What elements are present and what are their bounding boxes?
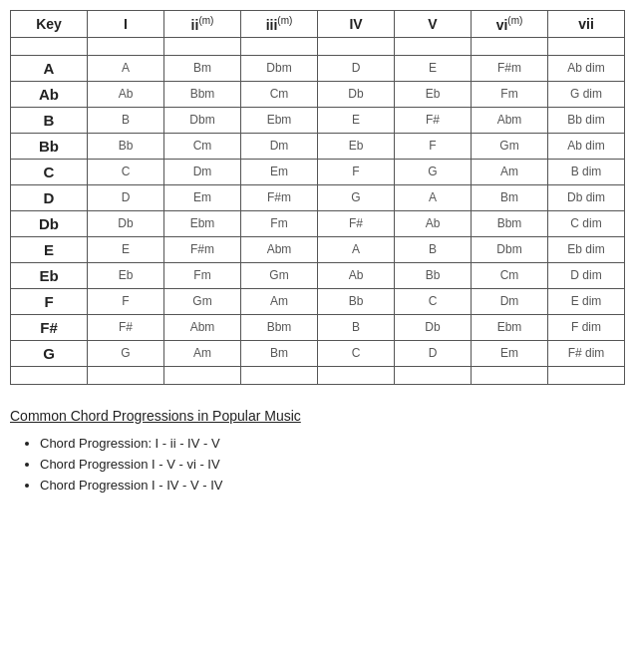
chord-cell: G dim xyxy=(548,81,625,107)
chord-cell: B xyxy=(318,314,395,340)
chord-cell: F#m xyxy=(164,236,241,262)
chord-cell: Eb dim xyxy=(548,236,625,262)
chord-cell: Eb xyxy=(318,133,395,159)
chord-cell: Dbm xyxy=(472,236,548,262)
table-row: GGAmBmCDEmF# dim xyxy=(11,340,625,366)
chord-cell: Ab xyxy=(395,210,472,236)
chord-cell: Bm xyxy=(164,55,241,81)
chord-cell: Em xyxy=(472,340,548,366)
chord-cell: D xyxy=(88,184,164,210)
chord-cell: F# dim xyxy=(548,340,625,366)
chord-cell: D xyxy=(395,340,472,366)
chord-cell: Cm xyxy=(472,262,548,288)
chord-cell: A xyxy=(88,55,164,81)
chord-cell: C xyxy=(88,159,164,184)
chord-cell: F xyxy=(88,288,164,314)
list-item: Chord Progression I - V - vi - IV xyxy=(40,457,625,472)
chord-cell: C xyxy=(318,340,395,366)
chord-cell: G xyxy=(318,184,395,210)
chord-cell: Bbm xyxy=(241,314,318,340)
column-header-key: Key xyxy=(11,11,88,38)
chord-cell: Fm xyxy=(164,262,241,288)
chord-cell: B dim xyxy=(548,159,625,184)
chord-cell: Bbm xyxy=(472,210,548,236)
chord-cell: Bb xyxy=(318,288,395,314)
chord-cell: Ebm xyxy=(241,107,318,133)
chord-cell: Am xyxy=(164,340,241,366)
key-cell: Db xyxy=(11,210,88,236)
chord-cell: E xyxy=(318,107,395,133)
chord-cell: Ebm xyxy=(472,314,548,340)
chord-cell: G xyxy=(88,340,164,366)
chord-cell: Dm xyxy=(241,133,318,159)
chord-cell: Bm xyxy=(472,184,548,210)
key-cell: Ab xyxy=(11,81,88,107)
key-cell: F xyxy=(11,288,88,314)
chord-cell: B xyxy=(395,236,472,262)
chord-cell: C dim xyxy=(548,210,625,236)
chord-cell: E xyxy=(88,236,164,262)
chord-cell: Am xyxy=(472,159,548,184)
chord-cell: A xyxy=(318,236,395,262)
key-cell: Eb xyxy=(11,262,88,288)
chord-cell: Fm xyxy=(472,81,548,107)
key-cell: G xyxy=(11,340,88,366)
chord-cell: F#m xyxy=(472,55,548,81)
table-row: BBDbmEbmEF#AbmBb dim xyxy=(11,107,625,133)
key-cell: Bb xyxy=(11,133,88,159)
chord-cell: G xyxy=(395,159,472,184)
table-row: EEF#mAbmABDbmEb dim xyxy=(11,236,625,262)
chord-cell: F xyxy=(318,159,395,184)
key-cell: A xyxy=(11,55,88,81)
chord-cell: Dm xyxy=(472,288,548,314)
list-item: Chord Progression I - IV - V - IV xyxy=(40,478,625,493)
column-header-v: V xyxy=(395,11,472,38)
key-cell: C xyxy=(11,159,88,184)
progressions-list: Chord Progression: I - ii - IV - VChord … xyxy=(10,436,625,493)
chord-cell: Eb xyxy=(395,81,472,107)
chord-cell: E xyxy=(395,55,472,81)
table-row: AABmDbmDEF#mAb dim xyxy=(11,55,625,81)
chord-table: KeyIii(m)iii(m)IVVvi(m)vii AABmDbmDEF#mA… xyxy=(10,10,625,385)
chord-cell: Abm xyxy=(164,314,241,340)
chord-cell: Gm xyxy=(472,133,548,159)
table-row: AbAbBbmCmDbEbFmG dim xyxy=(11,81,625,107)
column-header-iv: IV xyxy=(318,11,395,38)
chord-cell: Ab dim xyxy=(548,133,625,159)
chord-cell: Bb xyxy=(88,133,164,159)
chord-cell: Bb dim xyxy=(548,107,625,133)
list-item: Chord Progression: I - ii - IV - V xyxy=(40,436,625,451)
chord-cell: F# xyxy=(88,314,164,340)
chord-cell: Cm xyxy=(164,133,241,159)
chord-cell: F xyxy=(395,133,472,159)
chord-cell: Ab xyxy=(318,262,395,288)
chord-cell: Bm xyxy=(241,340,318,366)
chord-cell: Abm xyxy=(241,236,318,262)
chord-cell: Am xyxy=(241,288,318,314)
table-row: DDEmF#mGABmDb dim xyxy=(11,184,625,210)
chord-cell: Eb xyxy=(88,262,164,288)
chord-cell: F# xyxy=(318,210,395,236)
chord-cell: Em xyxy=(164,184,241,210)
section-title: Common Chord Progressions in Popular Mus… xyxy=(10,408,625,424)
chord-cell: B xyxy=(88,107,164,133)
chord-cell: Db dim xyxy=(548,184,625,210)
chord-cell: Bb xyxy=(395,262,472,288)
table-row: BbBbCmDmEbFGmAb dim xyxy=(11,133,625,159)
chord-cell: E dim xyxy=(548,288,625,314)
table-row: FFGmAmBbCDmE dim xyxy=(11,288,625,314)
chord-cell: Db xyxy=(395,314,472,340)
table-row: CCDmEmFGAmB dim xyxy=(11,159,625,184)
chord-cell: D dim xyxy=(548,262,625,288)
chord-cell: Em xyxy=(241,159,318,184)
chord-cell: Gm xyxy=(241,262,318,288)
chord-cell: Ebm xyxy=(164,210,241,236)
chord-cell: Dm xyxy=(164,159,241,184)
column-header-vii: vii xyxy=(548,11,625,38)
key-cell: E xyxy=(11,236,88,262)
chord-cell: Gm xyxy=(164,288,241,314)
key-cell: F# xyxy=(11,314,88,340)
empty-row-top xyxy=(11,37,625,55)
column-header-i: I xyxy=(88,11,164,38)
chord-cell: Db xyxy=(88,210,164,236)
